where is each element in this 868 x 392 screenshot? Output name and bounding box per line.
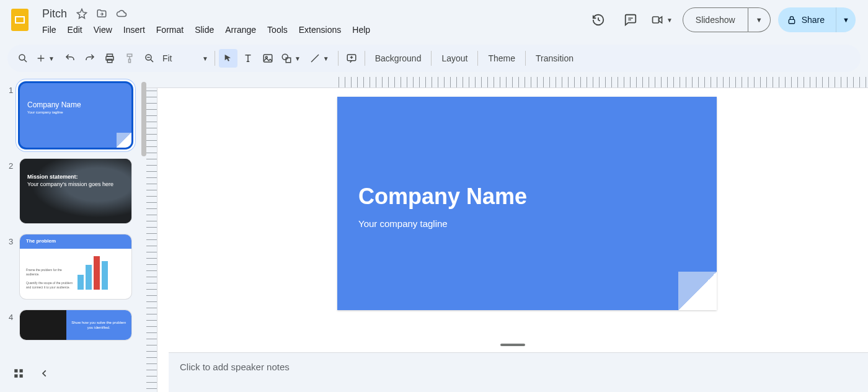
- slideshow-split-button: Slideshow ▼: [683, 7, 771, 32]
- menu-view[interactable]: View: [89, 22, 117, 37]
- select-tool[interactable]: [219, 49, 237, 68]
- slide-number: 4: [9, 310, 20, 322]
- horizontal-ruler[interactable]: [146, 77, 868, 88]
- thumb-subtitle: Your company tagline: [27, 110, 124, 114]
- menu-file[interactable]: File: [37, 22, 61, 37]
- zoom-out-button[interactable]: [140, 49, 159, 68]
- document-title[interactable]: Pitch: [40, 7, 69, 21]
- version-history-icon[interactable]: [586, 7, 611, 32]
- vertical-ruler[interactable]: [146, 88, 157, 392]
- separator: [477, 51, 478, 66]
- bottom-left-controls: [2, 357, 61, 390]
- thumb-title: Mission statement:: [27, 174, 78, 180]
- print-button[interactable]: [100, 49, 119, 68]
- redo-button[interactable]: [81, 49, 99, 68]
- slideshow-button[interactable]: Slideshow: [683, 7, 748, 32]
- page-fold-icon: [117, 133, 131, 148]
- svg-rect-20: [20, 375, 23, 378]
- menu-tools[interactable]: Tools: [262, 22, 293, 37]
- star-icon[interactable]: [74, 6, 89, 21]
- share-button[interactable]: Share: [778, 7, 836, 32]
- transition-button[interactable]: Transition: [529, 49, 580, 68]
- svg-rect-6: [789, 19, 794, 24]
- slide-number: 1: [9, 83, 20, 95]
- svg-rect-15: [286, 58, 291, 63]
- layout-button[interactable]: Layout: [435, 49, 474, 68]
- share-split-button: Share ▼: [778, 7, 856, 32]
- separator: [431, 51, 432, 66]
- menu-bar: File Edit View Insert Format Slide Arran…: [37, 21, 375, 37]
- separator: [215, 51, 215, 66]
- undo-button[interactable]: [61, 49, 79, 68]
- thumb-title: Company Name: [27, 100, 124, 109]
- zoom-select[interactable]: Fit▼: [160, 49, 211, 68]
- filmstrip: 1 Company Name Your company tagline 2 Mi…: [0, 77, 146, 392]
- canvas-background[interactable]: Company Name Your company tagline Click …: [157, 88, 868, 392]
- slide-thumbnail-4[interactable]: Show how you solve the problem you ident…: [20, 310, 131, 340]
- shape-tool[interactable]: ▼: [278, 49, 306, 68]
- workspace: 1 Company Name Your company tagline 2 Mi…: [0, 77, 868, 392]
- thumbnail-row: 2 Mission statement: Your company's miss…: [9, 159, 143, 223]
- menu-format[interactable]: Format: [151, 22, 188, 37]
- slide-thumbnail-1[interactable]: Company Name Your company tagline: [20, 83, 131, 148]
- slideshow-dropdown[interactable]: ▼: [748, 7, 771, 32]
- separator: [365, 51, 365, 66]
- thumb-bg-image: [20, 159, 131, 223]
- paint-format-button[interactable]: [120, 49, 139, 68]
- move-folder-icon[interactable]: [94, 6, 109, 21]
- separator: [525, 51, 526, 66]
- line-tool[interactable]: ▼: [307, 49, 334, 68]
- image-tool[interactable]: [259, 49, 277, 68]
- slide-thumbnail-3[interactable]: The problem Frame the problem for the au…: [20, 234, 131, 299]
- thumb-chart: [78, 255, 125, 290]
- svg-rect-17: [14, 369, 17, 372]
- theme-button[interactable]: Theme: [482, 49, 521, 68]
- collapse-filmstrip-button[interactable]: [35, 363, 55, 383]
- svg-rect-4: [16, 17, 24, 22]
- thumb-title: The problem: [20, 234, 131, 249]
- separator: [338, 51, 339, 66]
- speaker-notes[interactable]: Click to add speaker notes: [169, 352, 868, 392]
- comments-icon[interactable]: [618, 7, 643, 32]
- menu-insert[interactable]: Insert: [118, 22, 150, 37]
- thumb-text-right: Show how you solve the problem you ident…: [66, 310, 131, 340]
- meet-present-button[interactable]: ▼: [650, 7, 675, 32]
- thumbnail-row: 4 Show how you solve the problem you ide…: [9, 310, 143, 340]
- page-fold-icon: [678, 272, 717, 310]
- thumbnail-row: 1 Company Name Your company tagline: [9, 83, 143, 148]
- svg-point-7: [19, 55, 25, 60]
- menu-help[interactable]: Help: [347, 22, 375, 37]
- slide-number: 3: [9, 234, 20, 246]
- textbox-tool[interactable]: [239, 49, 257, 68]
- svg-rect-19: [14, 375, 17, 378]
- slide-number: 2: [9, 159, 20, 171]
- share-dropdown[interactable]: ▼: [836, 7, 856, 32]
- notes-splitter-handle[interactable]: [500, 344, 525, 346]
- filmstrip-scrollbar[interactable]: [141, 82, 146, 156]
- slides-app-icon[interactable]: [7, 7, 32, 32]
- menu-extensions[interactable]: Extensions: [294, 22, 346, 37]
- lock-icon: [787, 15, 797, 25]
- background-button[interactable]: Background: [369, 49, 428, 68]
- header-right: ▼ Slideshow ▼ Share ▼: [586, 7, 861, 32]
- slide-title[interactable]: Company Name: [358, 184, 527, 210]
- slide-subtitle[interactable]: Your company tagline: [358, 218, 448, 229]
- comment-tool[interactable]: [342, 49, 361, 68]
- svg-point-14: [282, 54, 288, 60]
- search-menus-button[interactable]: [14, 49, 32, 68]
- menu-arrange[interactable]: Arrange: [220, 22, 261, 37]
- grid-view-button[interactable]: [9, 363, 29, 383]
- toolbar: ▼ Fit▼ ▼ ▼ Background Layout Theme Trans…: [7, 45, 861, 72]
- thumbnail-row: 3 The problem Frame the problem for the …: [9, 234, 143, 299]
- slide-canvas[interactable]: Company Name Your company tagline: [337, 97, 717, 310]
- title-block: Pitch File Edit View Insert Format Slide…: [37, 5, 375, 37]
- thumb-subtitle: Your company's mission goes here: [27, 181, 113, 187]
- slide-thumbnail-2[interactable]: Mission statement: Your company's missio…: [20, 159, 131, 223]
- svg-rect-5: [652, 17, 658, 23]
- thumb-body-text: Frame the problem for the audience. Quan…: [26, 268, 74, 290]
- svg-rect-18: [20, 369, 23, 372]
- cloud-status-icon[interactable]: [114, 6, 129, 21]
- menu-slide[interactable]: Slide: [190, 22, 219, 37]
- new-slide-button[interactable]: ▼: [33, 49, 60, 68]
- menu-edit[interactable]: Edit: [63, 22, 87, 37]
